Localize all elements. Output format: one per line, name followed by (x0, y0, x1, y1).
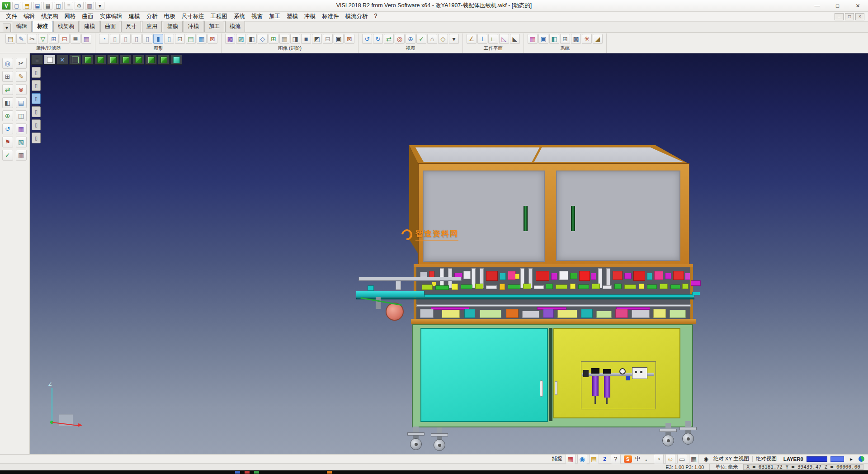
remove-filter-icon[interactable]: ⊟ (60, 34, 70, 44)
render-icon[interactable]: ▩ (225, 34, 235, 44)
bars-icon[interactable]: ▥ (16, 150, 27, 161)
zoom-plus-icon[interactable]: ⊕ (406, 34, 415, 44)
view-mode-icon[interactable]: ◉ (702, 455, 710, 463)
smiley-icon[interactable]: ☺ (665, 454, 675, 464)
corner-icon[interactable]: ∟ (488, 34, 498, 44)
maximize-button[interactable]: □ (827, 0, 848, 11)
menu-list-icon[interactable]: ≡ (31, 55, 43, 65)
print-icon[interactable]: ▤ (43, 2, 52, 10)
menu-item-电极[interactable]: 电极 (161, 12, 179, 21)
solid-icon[interactable]: ■ (301, 34, 311, 44)
sheet-icon[interactable]: ▯ (32, 133, 41, 143)
target-icon[interactable]: ◎ (395, 34, 405, 44)
shade-icon[interactable]: ◧ (247, 34, 257, 44)
menu-item-模流分析[interactable]: 模流分析 (342, 12, 371, 21)
dark-shade-icon[interactable]: ▣ (334, 34, 344, 44)
half-shade-icon[interactable]: ◨ (290, 34, 300, 44)
folder-icon[interactable]: ▤ (589, 454, 599, 464)
filter-icon[interactable]: ▽ (38, 34, 48, 44)
home-view-icon[interactable]: ⌂ (427, 34, 437, 44)
tab-塑膜[interactable]: 塑膜 (163, 21, 183, 32)
cylinder-icon[interactable]: ▯ (132, 34, 142, 44)
menu-item-曲面[interactable]: 曲面 (79, 12, 97, 21)
ime-lang-toggle[interactable]: 中 (634, 455, 642, 463)
list-filter-icon[interactable]: ≣ (71, 34, 80, 44)
check-view-icon[interactable]: ✓ (416, 34, 426, 44)
shaded-cylinder-icon[interactable]: ▮ (153, 34, 163, 44)
tab-dropdown-icon[interactable]: ▼ (3, 24, 11, 32)
wedge-icon[interactable]: ◣ (510, 34, 520, 44)
globe-icon[interactable]: ◉ (577, 454, 587, 464)
child-window-control[interactable]: – (835, 13, 844, 20)
undo-rotate-icon[interactable]: ↺ (2, 123, 13, 134)
view-mode-label[interactable]: 绝对 XY 主视图 (713, 455, 749, 462)
rotate-ccw-icon[interactable]: ↺ (362, 34, 372, 44)
menu-item-视窗[interactable]: 视窗 (248, 12, 266, 21)
rows-icon[interactable]: ▤ (16, 97, 27, 108)
tab-应用[interactable]: 应用 (142, 21, 162, 32)
tab-冲模[interactable]: 冲模 (184, 21, 203, 32)
minimize-button[interactable]: — (807, 0, 827, 11)
help-icon[interactable]: ? (611, 454, 621, 464)
preview-icon[interactable]: ◫ (54, 2, 63, 10)
dropdown-arrow-icon[interactable]: ▾ (95, 2, 104, 10)
grid-filter-icon[interactable]: ▦ (81, 34, 91, 44)
sheet-icon[interactable]: ▯ (32, 80, 41, 91)
cylinder-icon[interactable]: ▯ (142, 34, 152, 44)
select-icon[interactable]: ◎ (2, 58, 13, 69)
visi-logo-icon[interactable]: V (2, 2, 11, 10)
properties-icon[interactable]: ▤ (5, 34, 15, 44)
cube-view-icon[interactable] (82, 55, 94, 65)
texture-icon[interactable]: ▨ (236, 34, 246, 44)
slope-icon[interactable]: ◢ (593, 34, 603, 44)
tab-尺寸[interactable]: 尺寸 (121, 21, 141, 32)
scissors-icon[interactable]: ✂ (16, 58, 27, 69)
flag-icon[interactable]: ⚑ (2, 137, 13, 147)
tab-曲面[interactable]: 曲面 (100, 21, 120, 32)
settings-icon[interactable]: ⚙ (75, 2, 84, 10)
swap-view-icon[interactable]: ⇄ (384, 34, 394, 44)
corner-shade-icon[interactable]: ◩ (312, 34, 322, 44)
cube-view-icon[interactable] (158, 55, 170, 65)
star-icon[interactable]: ✳ (582, 34, 592, 44)
menu-item-文件[interactable]: 文件 (3, 12, 20, 21)
menu-item-网格[interactable]: 网格 (61, 12, 79, 21)
menu-item-标准件[interactable]: 标准件 (319, 12, 342, 21)
menu-item-建模[interactable]: 建模 (126, 12, 143, 21)
sheet-icon[interactable]: ▯ (32, 93, 41, 104)
cube-view-icon[interactable] (107, 55, 119, 65)
minus-view-icon[interactable]: ⊟ (323, 34, 333, 44)
menu-item-尺寸标注[interactable]: 尺寸标注 (179, 12, 208, 21)
diamond-view-icon[interactable]: ◇ (438, 34, 448, 44)
delete-box-icon[interactable]: ⊠ (208, 34, 217, 44)
sheet-icon[interactable]: ▯ (32, 119, 41, 130)
grid-icon[interactable]: ▦ (16, 123, 27, 134)
menu-item-实体编辑[interactable]: 实体编辑 (97, 12, 126, 21)
swap-icon[interactable]: ⇄ (2, 84, 13, 95)
viewport-canvas[interactable]: ≡✕ ▯▯▯▯▯▯ (30, 53, 868, 454)
cut-icon[interactable]: ✂ (27, 34, 37, 44)
menu-item-冲模[interactable]: 冲模 (301, 12, 319, 21)
new-doc-icon[interactable]: ▢ (12, 2, 21, 10)
layer-label[interactable]: LAYER0 (783, 456, 803, 462)
triangle-icon[interactable]: ◺ (499, 34, 509, 44)
plus-grid-icon[interactable]: ⊞ (560, 34, 570, 44)
menu-item-编辑[interactable]: 编辑 (20, 12, 38, 21)
tab-线架构[interactable]: 线架构 (53, 21, 79, 32)
open-icon[interactable]: ⬒ (23, 2, 32, 10)
cube-view-icon[interactable] (94, 55, 106, 65)
abs-view-label[interactable]: 绝对视图 (756, 455, 777, 462)
angle-icon[interactable]: ∠ (467, 34, 476, 44)
add-circle-icon[interactable]: ⊕ (2, 110, 13, 121)
stack-icon[interactable]: ≡ (64, 2, 73, 10)
cube-view-icon[interactable] (132, 55, 144, 65)
pencil-icon[interactable]: ✎ (16, 71, 27, 82)
erase-icon[interactable]: ⊗ (16, 84, 27, 95)
ime-grid-icon[interactable]: ▦ (689, 454, 699, 464)
add-filter-icon[interactable]: ⊞ (49, 34, 59, 44)
layers-box-icon[interactable]: ▤ (186, 34, 196, 44)
shaded-grid-icon[interactable]: ▩ (571, 34, 581, 44)
cylinder-icon[interactable]: ▯ (121, 34, 131, 44)
cube-view-icon[interactable] (120, 55, 132, 65)
save-icon[interactable]: ⬓ (33, 2, 42, 10)
